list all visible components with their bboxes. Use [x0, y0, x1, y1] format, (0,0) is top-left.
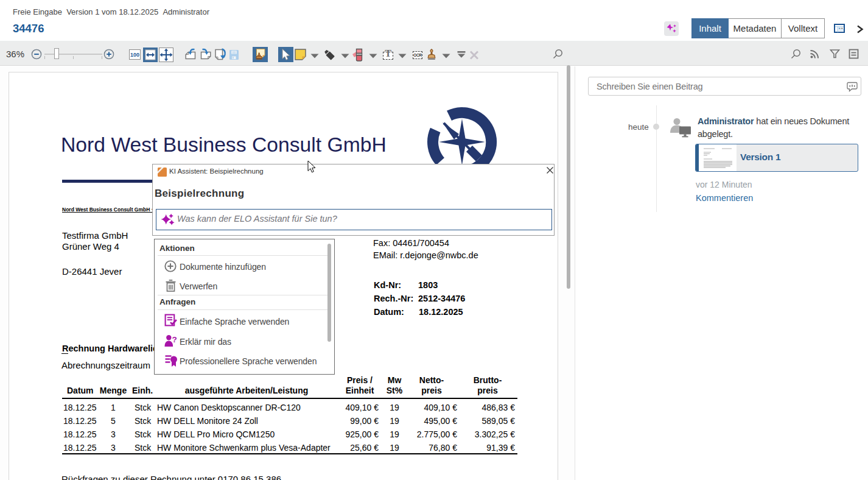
svg-text:?: ?	[172, 335, 177, 344]
